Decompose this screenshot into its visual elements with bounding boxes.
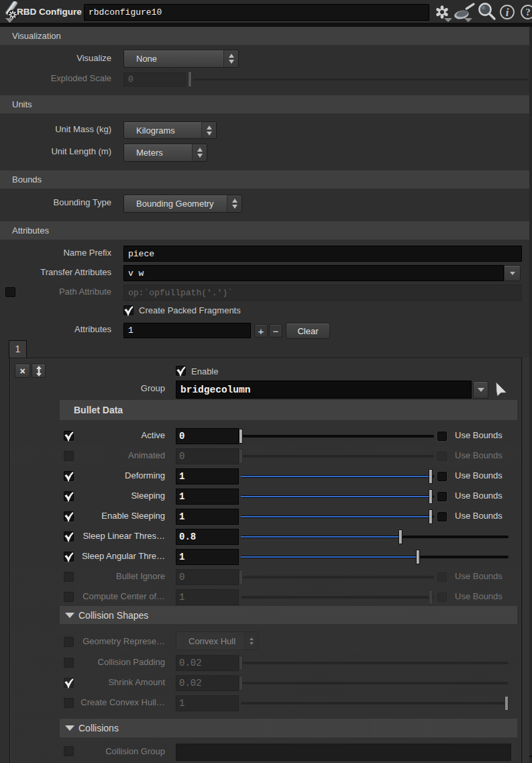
svg-text:i: i: [506, 6, 509, 19]
svg-text:?: ?: [525, 7, 531, 17]
